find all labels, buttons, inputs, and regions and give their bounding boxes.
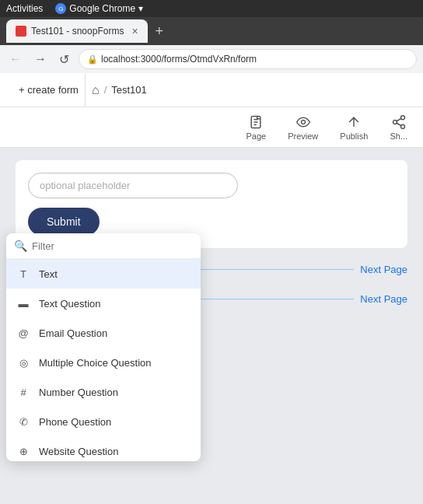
- publish-label: Publish: [340, 131, 368, 141]
- chrome-arrow: ▾: [138, 3, 143, 14]
- share-icon: [391, 114, 407, 130]
- svg-point-5: [400, 115, 404, 119]
- item-icon-multiple-choice: ◎: [16, 355, 31, 370]
- submit-btn[interactable]: Submit: [28, 208, 100, 236]
- app-header: + create form ⌂ / Test101: [0, 73, 423, 107]
- filter-row: 🔍: [6, 233, 201, 259]
- create-form-label: + create form: [19, 84, 79, 96]
- refresh-btn[interactable]: ↺: [56, 49, 72, 70]
- dropdown-panel: 🔍 TText▬Text Question@Email Question◎Mul…: [6, 233, 201, 461]
- search-icon: 🔍: [14, 240, 27, 252]
- item-label-website-question: Website Question: [39, 446, 118, 457]
- item-icon-text-question: ▬: [16, 296, 31, 311]
- dropdown-item-email-question[interactable]: @Email Question: [6, 318, 201, 348]
- next-page-label-1: Next Page: [360, 264, 407, 275]
- item-icon-number-question: #: [16, 384, 31, 400]
- svg-line-9: [397, 118, 401, 121]
- tab-favicon: [16, 26, 26, 37]
- filter-input[interactable]: [32, 240, 193, 252]
- item-icon-phone-question: ✆: [16, 414, 31, 429]
- os-bar: Activities G Google Chrome ▾: [0, 0, 423, 17]
- item-label-text-question: Text Question: [39, 298, 101, 310]
- placeholder-input[interactable]: optional placeholder: [28, 173, 238, 198]
- back-btn[interactable]: ←: [6, 49, 25, 69]
- breadcrumb: ⌂ / Test101: [92, 83, 147, 97]
- item-icon-text: T: [16, 266, 31, 282]
- dropdown-item-website-question[interactable]: ⊕Website Question: [6, 436, 201, 461]
- breadcrumb-title: Test101: [111, 84, 147, 96]
- page-label: Page: [246, 131, 266, 141]
- nav-bar: ← → ↺ 🔒 localhost:3000/forms/OtmdVxRn/fo…: [0, 45, 423, 73]
- url-text: localhost:3000/forms/OtmdVxRn/form: [101, 54, 257, 65]
- create-form-btn[interactable]: + create form: [12, 73, 86, 107]
- item-label-multiple-choice: Multiple Choice Question: [39, 357, 152, 369]
- page-icon: [248, 114, 264, 130]
- publish-icon: [346, 114, 362, 130]
- placeholder-text: optional placeholder: [40, 180, 130, 191]
- dropdown-item-text[interactable]: TText: [6, 259, 201, 289]
- chrome-tab-label[interactable]: G Google Chrome ▾: [55, 3, 143, 14]
- chrome-label-text: Google Chrome: [69, 3, 135, 14]
- breadcrumb-sep: /: [104, 84, 107, 96]
- dropdown-item-multiple-choice[interactable]: ◎Multiple Choice Question: [6, 348, 201, 377]
- dropdown-item-phone-question[interactable]: ✆Phone Question: [6, 407, 201, 436]
- next-page-label-2: Next Page: [360, 293, 407, 305]
- preview-toolbar-item[interactable]: Preview: [278, 110, 327, 145]
- item-label-email-question: Email Question: [39, 327, 107, 339]
- tab-close-btn[interactable]: ×: [131, 25, 138, 37]
- svg-point-7: [400, 124, 404, 128]
- lock-icon: 🔒: [87, 54, 98, 65]
- browser-chrome: Test101 - snoopForms × +: [0, 17, 423, 45]
- content-wrapper: optional placeholder Submit + ⠿ Next Pag…: [0, 148, 423, 504]
- preview-icon: [295, 114, 311, 130]
- dropdown-list: TText▬Text Question@Email Question◎Multi…: [6, 259, 201, 461]
- activities-label[interactable]: Activities: [6, 3, 43, 14]
- dropdown-item-text-question[interactable]: ▬Text Question: [6, 289, 201, 318]
- active-tab[interactable]: Test101 - snoopForms ×: [6, 19, 148, 43]
- dropdown-item-number-question[interactable]: #Number Question: [6, 377, 201, 407]
- toolbar: Page Preview Publish Sh...: [0, 107, 423, 148]
- submit-label: Submit: [47, 215, 81, 228]
- preview-label: Preview: [288, 131, 318, 141]
- new-tab-btn[interactable]: +: [151, 23, 169, 40]
- item-label-text: Text: [39, 268, 58, 280]
- home-icon[interactable]: ⌂: [92, 83, 100, 97]
- item-label-number-question: Number Question: [39, 387, 118, 398]
- item-icon-website-question: ⊕: [16, 443, 31, 459]
- chrome-favicon: G: [55, 3, 66, 14]
- item-label-phone-question: Phone Question: [39, 416, 111, 428]
- page-toolbar-item[interactable]: Page: [236, 110, 275, 145]
- svg-point-4: [301, 120, 305, 124]
- forward-btn[interactable]: →: [31, 49, 50, 69]
- publish-toolbar-item[interactable]: Publish: [330, 110, 377, 145]
- share-label: Sh...: [390, 131, 407, 141]
- tab-bar: Test101 - snoopForms × +: [6, 17, 168, 45]
- svg-line-8: [397, 123, 401, 125]
- svg-point-6: [393, 120, 397, 124]
- tab-title: Test101 - snoopForms: [31, 26, 124, 37]
- url-bar[interactable]: 🔒 localhost:3000/forms/OtmdVxRn/form: [79, 49, 417, 69]
- share-toolbar-item[interactable]: Sh...: [380, 110, 417, 145]
- item-icon-email-question: @: [16, 325, 31, 341]
- main-content: optional placeholder Submit + ⠿ Next Pag…: [0, 148, 423, 504]
